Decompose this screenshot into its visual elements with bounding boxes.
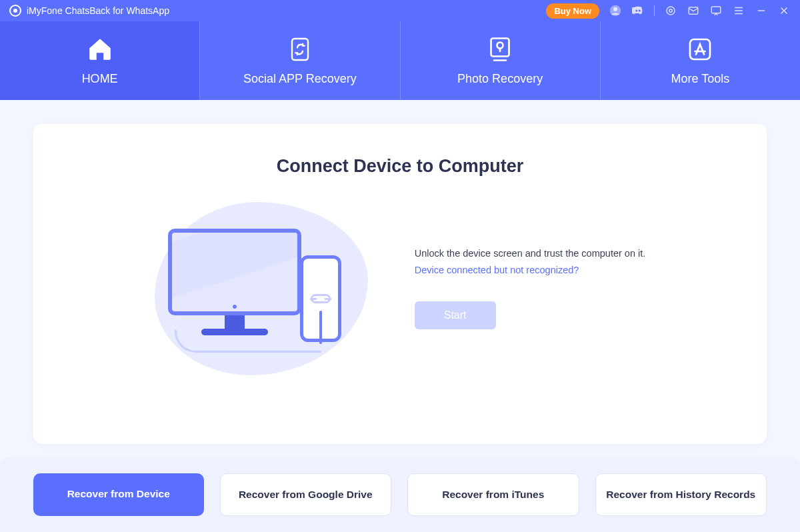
connect-card: Connect Device to Computer Unlock the de… (33, 124, 767, 444)
tab-label: HOME (82, 72, 118, 86)
feedback-icon[interactable] (709, 4, 723, 17)
svg-point-3 (669, 9, 673, 13)
svg-rect-6 (292, 39, 308, 60)
svg-rect-7 (491, 38, 509, 56)
monitor-icon (168, 229, 301, 335)
main-tabs: HOME Social APP Recovery Photo Recovery … (0, 21, 800, 100)
connect-illustration (155, 202, 368, 375)
svg-point-2 (667, 7, 675, 15)
tab-social-recovery[interactable]: Social APP Recovery (199, 21, 399, 100)
photo-icon (488, 36, 512, 63)
mail-icon[interactable] (687, 4, 700, 17)
phone-icon (300, 255, 341, 342)
account-icon[interactable] (609, 4, 622, 17)
tab-label: Social APP Recovery (243, 72, 357, 86)
main-stage: Connect Device to Computer Unlock the de… (0, 100, 800, 457)
app-logo-icon (9, 5, 21, 17)
svg-point-1 (613, 7, 617, 11)
appstore-icon (688, 36, 712, 63)
home-icon (86, 36, 114, 63)
instruction-block: Unlock the device screen and trust the c… (415, 248, 646, 329)
page-title: Connect Device to Computer (73, 156, 727, 177)
target-icon[interactable] (664, 4, 677, 17)
instruction-text: Unlock the device screen and trust the c… (415, 248, 646, 259)
buy-now-button[interactable]: Buy Now (546, 3, 599, 19)
svg-rect-5 (711, 7, 721, 13)
troubleshoot-link[interactable]: Device connected but not recognized? (415, 265, 579, 275)
separator (654, 5, 655, 16)
title-bar: iMyFone ChatsBack for WhatsApp Buy Now (0, 0, 800, 21)
close-icon[interactable] (777, 4, 791, 17)
tab-more-tools[interactable]: More Tools (600, 21, 800, 100)
recovery-options: Recover from Device Recover from Google … (0, 457, 800, 532)
option-recover-history[interactable]: Recover from History Records (595, 473, 767, 516)
option-recover-device[interactable]: Recover from Device (33, 473, 204, 516)
tab-photo-recovery[interactable]: Photo Recovery (400, 21, 600, 100)
refresh-icon (289, 36, 311, 63)
option-recover-google-drive[interactable]: Recover from Google Drive (220, 473, 392, 516)
tab-label: Photo Recovery (457, 72, 543, 86)
start-button[interactable]: Start (415, 301, 496, 329)
tab-home[interactable]: HOME (0, 21, 199, 100)
minimize-icon[interactable] (755, 4, 768, 17)
link-icon (311, 294, 331, 303)
menu-icon[interactable] (732, 4, 745, 17)
discord-icon[interactable] (631, 4, 645, 17)
tab-label: More Tools (671, 72, 730, 86)
option-recover-itunes[interactable]: Recover from iTunes (407, 473, 579, 516)
app-title: iMyFone ChatsBack for WhatsApp (27, 5, 169, 16)
